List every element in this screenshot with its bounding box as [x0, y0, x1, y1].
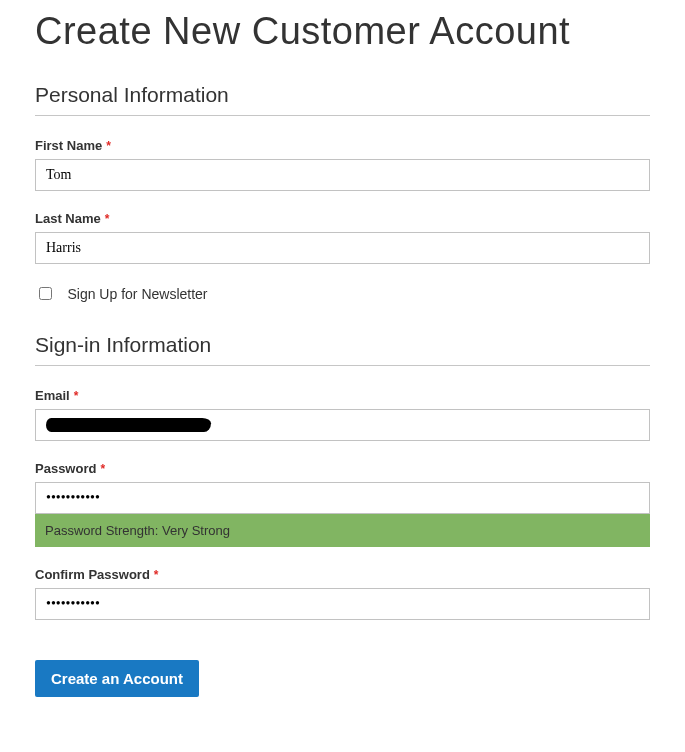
redacted-email	[46, 418, 211, 432]
create-account-button[interactable]: Create an Account	[35, 660, 199, 697]
newsletter-row: Sign Up for Newsletter	[35, 284, 650, 303]
required-mark: *	[106, 139, 111, 153]
required-mark: *	[105, 212, 110, 226]
email-input[interactable]	[35, 409, 650, 441]
email-label: Email*	[35, 388, 650, 403]
first-name-label: First Name*	[35, 138, 650, 153]
confirm-password-field: Confirm Password*	[35, 567, 650, 620]
personal-info-legend: Personal Information	[35, 83, 650, 116]
password-strength-meter: Password Strength: Very Strong	[35, 514, 650, 547]
email-field: Email*	[35, 388, 650, 441]
confirm-password-label: Confirm Password*	[35, 567, 650, 582]
newsletter-checkbox[interactable]	[39, 287, 52, 300]
confirm-password-input[interactable]	[35, 588, 650, 620]
signin-info-legend: Sign-in Information	[35, 333, 650, 366]
required-mark: *	[74, 389, 79, 403]
page-title: Create New Customer Account	[35, 10, 650, 53]
last-name-field: Last Name*	[35, 211, 650, 264]
newsletter-label[interactable]: Sign Up for Newsletter	[67, 286, 207, 302]
required-mark: *	[154, 568, 159, 582]
last-name-label: Last Name*	[35, 211, 650, 226]
password-input[interactable]	[35, 482, 650, 514]
required-mark: *	[100, 462, 105, 476]
first-name-input[interactable]	[35, 159, 650, 191]
first-name-field: First Name*	[35, 138, 650, 191]
password-label: Password*	[35, 461, 650, 476]
password-field: Password* Password Strength: Very Strong	[35, 461, 650, 547]
last-name-input[interactable]	[35, 232, 650, 264]
